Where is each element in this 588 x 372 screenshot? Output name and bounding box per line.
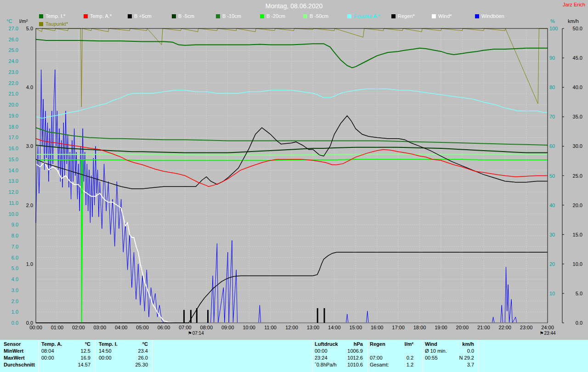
axis-tick-label: 18:00 [410,325,430,330]
axis-tick-label: 21:00 [474,325,494,330]
axis-tick-label: 5.0 [1,265,18,271]
table-row-header: MinWert [4,348,23,354]
axis-tick-label: 1.0 [1,309,18,315]
table-min-value: 12.5 [52,348,90,354]
table-unit-header: °C [109,341,148,347]
axis-tick-label: 20.0 [1,102,18,107]
axis-tick-label: 2.0 [1,299,18,304]
axis-tick-label: 25.0 [1,47,18,53]
axis-tick-label: 7.0 [1,244,18,249]
axis-tick-label: 100 [549,26,560,31]
table-unit-header: °C [52,341,90,347]
table-max-value: 26.0 [109,355,148,361]
axis-tick-label: 8.0 [1,233,18,238]
axis-tick-label: 15.0 [1,157,18,162]
axis-tick-label: 15.0 [565,232,582,237]
axis-tick-label: 14.0 [1,168,18,173]
axis-tick-label: 10.0 [1,211,18,217]
axis-tick-label: 17.0 [1,135,18,140]
axis-tick-label: 30 [549,232,560,237]
axis-tick-label: 20:00 [452,325,472,330]
axis-tick-label: 27.0 [1,26,18,31]
axis-tick-label: 45.0 [565,55,582,61]
axis-tick-label: 23:00 [516,325,537,330]
axis-tick-label: 16:00 [367,325,387,330]
axis-tick-label: 18.0 [1,124,18,130]
axis-tick-label: 40 [549,203,560,208]
table-min-value: 1006.9 [324,348,363,354]
axis-tick-label: 60 [549,143,560,149]
axis-tick-label: 12.0 [1,189,18,195]
weather-station-window: Montag, 08.06.2020 Jarz Erich Temp. I.*T… [0,0,588,372]
axis-tick-label: 21.0 [1,91,18,96]
axis-tick-label: 25.0 [565,173,582,179]
table-separator [39,340,39,372]
axis-tick-label: 13.0 [1,178,18,184]
axis-tick-label: 00:00 [26,325,46,330]
series-b-50cm [36,154,548,155]
time-marker-label: 23:44 [544,331,556,336]
axis-tick-label: 01:00 [47,325,67,330]
axis-tick-label: 0.0 [565,320,582,326]
time-marker-label: 07:14 [192,331,204,336]
table-row-header: Sensor [4,341,21,347]
table-separator [153,340,153,372]
table-avg-value: 1010.6 [324,362,363,368]
axis-tick-label: 03:00 [90,325,110,330]
table-min-value: 0.0 [435,348,474,354]
axis-tick-label: 19.0 [1,113,18,118]
axis-tick-label: 17:00 [388,325,408,330]
table-avg-value: 1.2 [375,362,413,368]
axis-tick-label: 90 [549,55,560,61]
table-separator [478,340,478,372]
axis-tick-label: 4.0 [1,276,18,282]
axis-tick-label: 20 [549,261,560,267]
axis-tick-label: 05:00 [132,325,153,330]
axis-tick-label: 5.0 [565,291,582,296]
axis-tick-label: 80 [549,85,560,90]
axis-tick-label: 20.0 [565,203,582,208]
axis-tick-label: 22.0 [1,80,18,86]
axis-tick-label: 11.0 [1,200,18,206]
table-separator [95,340,96,372]
table-unit-header: km/h [435,341,474,347]
table-max-value: 0.2 [375,355,413,361]
axis-tick-label: 1.0 [19,261,33,267]
table-avg-value: 3.7 [435,362,474,368]
axis-tick-label: 09:00 [218,325,238,330]
table-row-header: Durchschnitt [4,362,35,368]
axis-tick-label: 5.0 [19,26,33,31]
series-feuchte-a [36,89,548,118]
time-marker-23-44: ⚑23:44 [540,331,556,336]
axis-tick-label: 15:00 [345,325,366,330]
table-min-value: 23.4 [109,348,148,354]
axis-tick-label: 10 [549,291,560,296]
axis-tick-label: 30.0 [565,143,582,149]
axis-tick-label: 22:00 [495,325,515,330]
table-max-value: N 29.2 [435,355,474,361]
axis-tick-label: 07:00 [175,325,195,330]
axis-tick-label: 16.0 [1,146,18,151]
axis-tick-label: 24.0 [1,58,18,64]
axis-tick-label: 08:00 [196,325,216,330]
weather-chart [0,0,588,342]
flag-icon: ⚑ [540,331,544,336]
axis-tick-label: 50.0 [565,26,582,31]
table-avg-value: 25.30 [109,362,148,368]
axis-tick-label: 10:00 [239,325,259,330]
axis-tick-label: 9.0 [1,222,18,227]
table-unit-header: hPa [324,341,363,347]
axis-tick-label: 19:00 [431,325,451,330]
series-taupunkt [36,28,548,107]
axis-tick-label: 70 [549,114,560,119]
axis-tick-label: 40.0 [565,85,582,90]
axis-tick-label: 10.0 [565,261,582,267]
axis-tick-label: 23.0 [1,69,18,75]
axis-tick-label: 35.0 [565,114,582,119]
table-separator [368,340,368,372]
axis-tick-label: 3.0 [1,287,18,293]
axis-tick-label: 12:00 [282,325,302,330]
axis-tick-label: 50 [549,173,560,179]
axis-tick-label: 0.0 [1,320,18,326]
table-separator [423,340,423,372]
